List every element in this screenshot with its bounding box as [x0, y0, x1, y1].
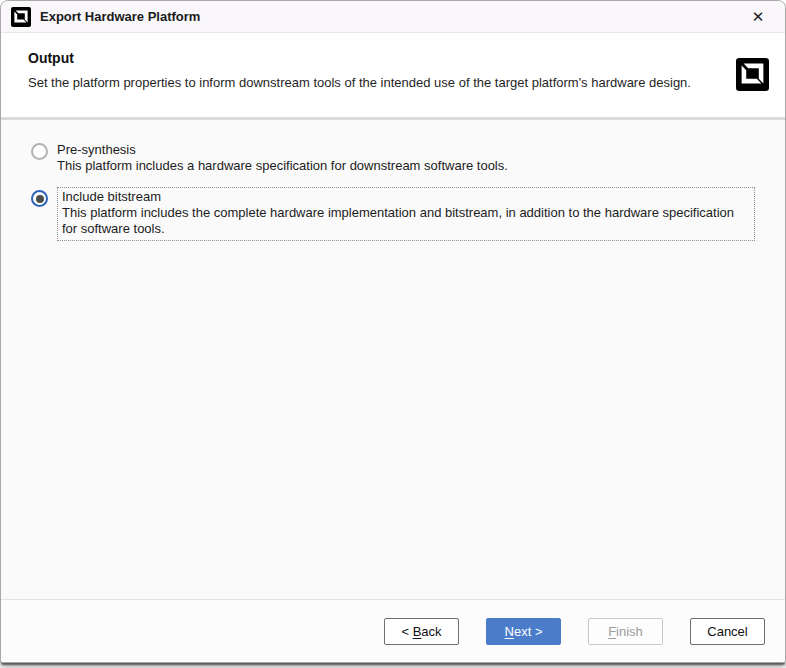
- finish-button[interactable]: Finish: [588, 618, 663, 645]
- option-pre-synthesis-text[interactable]: Pre-synthesis This platform includes a h…: [57, 142, 508, 174]
- option-include-bitstream[interactable]: Include bitstream This platform includes…: [31, 189, 755, 241]
- option-include-bitstream-text[interactable]: Include bitstream This platform includes…: [57, 187, 755, 241]
- option-label: Include bitstream: [62, 189, 750, 205]
- page-title: Output: [28, 50, 715, 66]
- export-hardware-platform-dialog: Export Hardware Platform ✕ Output Set th…: [0, 0, 786, 663]
- option-description: This platform includes a hardware specif…: [57, 158, 508, 174]
- option-pre-synthesis[interactable]: Pre-synthesis This platform includes a h…: [31, 142, 755, 174]
- option-description: This platform includes the complete hard…: [62, 205, 750, 237]
- back-button[interactable]: < Back: [384, 618, 459, 645]
- radio-include-bitstream[interactable]: [31, 190, 48, 207]
- cancel-button[interactable]: Cancel: [690, 618, 765, 645]
- amd-logo-icon: [736, 58, 769, 91]
- page-description: Set the platform properties to inform do…: [28, 75, 715, 90]
- close-icon: ✕: [752, 8, 765, 25]
- close-button[interactable]: ✕: [741, 2, 775, 32]
- radio-pre-synthesis[interactable]: [31, 143, 48, 160]
- amd-logo-icon: [11, 7, 31, 27]
- wizard-footer: < Back Next > Finish Cancel: [1, 599, 785, 662]
- next-button[interactable]: Next >: [486, 618, 561, 645]
- titlebar: Export Hardware Platform ✕: [1, 1, 785, 33]
- wizard-header: Output Set the platform properties to in…: [1, 33, 785, 117]
- options-panel: Pre-synthesis This platform includes a h…: [1, 120, 785, 599]
- window-title: Export Hardware Platform: [40, 9, 200, 24]
- option-label: Pre-synthesis: [57, 142, 508, 158]
